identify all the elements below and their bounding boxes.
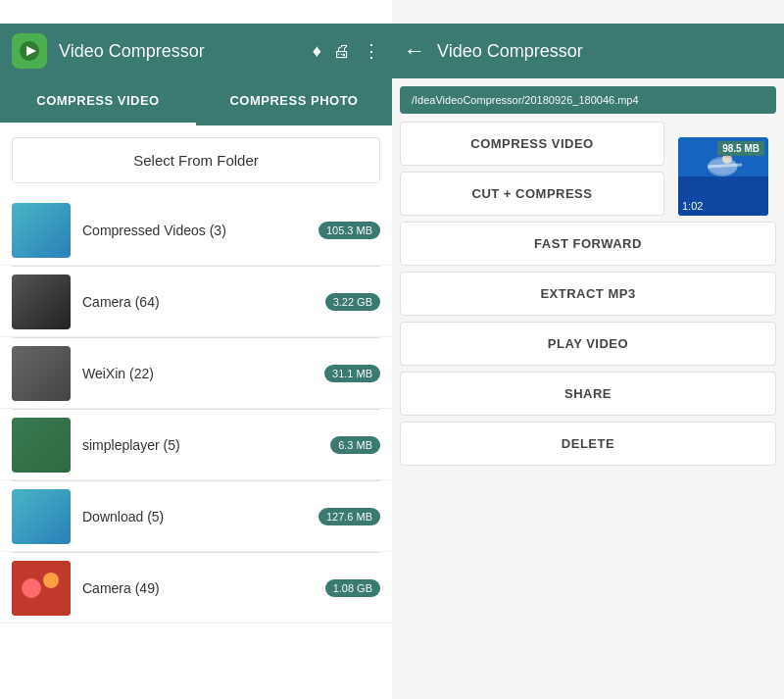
video-size-badge: 3.22 GB	[325, 293, 380, 311]
video-thumbnail	[12, 418, 71, 473]
right-top-row: COMPRESS VIDEO CUT + COMPRESS	[392, 122, 784, 216]
video-info: simpleplayer (5)	[82, 437, 330, 453]
right-header: ← Video Compressor	[392, 24, 784, 78]
video-thumbnail	[12, 489, 71, 544]
svg-point-4	[43, 573, 59, 588]
left-panel: Video Compressor ♦ 🖨 ⋮ COMPRESS VIDEO CO…	[0, 0, 392, 699]
list-item[interactable]: Download (5) 127.6 MB	[0, 481, 392, 552]
video-name: Download (5)	[82, 509, 318, 524]
more-icon[interactable]: ⋮	[363, 40, 380, 62]
select-from-folder-button[interactable]: Select From Folder	[12, 137, 380, 183]
video-info: Camera (64)	[82, 294, 325, 310]
tab-compress-video[interactable]: COMPRESS VIDEO	[0, 78, 196, 125]
list-item[interactable]: Camera (64) 3.22 GB	[0, 267, 392, 337]
preview-duration: 1:02	[682, 200, 703, 212]
fast-forward-button[interactable]: FAST FORWARD	[400, 222, 776, 266]
left-header-icons: ♦ 🖨 ⋮	[313, 40, 380, 62]
list-item[interactable]: Compressed Videos (3) 105.3 MB	[0, 195, 392, 266]
video-size-badge: 105.3 MB	[318, 222, 380, 239]
tab-compress-photo[interactable]: COMPRESS PHOTO	[196, 78, 392, 125]
back-icon[interactable]: ←	[404, 38, 425, 64]
video-name: Camera (49)	[82, 580, 325, 596]
video-info: Camera (49)	[82, 580, 325, 596]
right-app-title: Video Compressor	[437, 41, 583, 62]
left-header: Video Compressor ♦ 🖨 ⋮	[0, 24, 392, 78]
video-size-badge: 31.1 MB	[324, 365, 380, 382]
video-name: simpleplayer (5)	[82, 437, 330, 453]
right-panel: ← Video Compressor /IdeaVideoCompressor/…	[392, 0, 784, 699]
list-item[interactable]: WeiXin (22) 31.1 MB	[0, 338, 392, 409]
delete-button[interactable]: DELETE	[400, 422, 776, 466]
cut-compress-button[interactable]: CUT + COMPRESS	[400, 172, 664, 216]
app-icon-left	[12, 33, 47, 69]
list-item[interactable]: Camera (49) 1.08 GB	[0, 553, 392, 624]
video-info: Compressed Videos (3)	[82, 223, 318, 238]
video-thumbnail	[12, 203, 71, 258]
video-size-badge: 127.6 MB	[318, 508, 380, 525]
video-preview: 98.5 MB 1:02	[678, 137, 768, 216]
play-video-button[interactable]: PLAY VIDEO	[400, 322, 776, 366]
video-thumbnail	[12, 561, 71, 616]
diamond-icon[interactable]: ♦	[313, 41, 321, 62]
right-content: COMPRESS VIDEO CUT + COMPRESS	[392, 122, 784, 474]
video-thumbnail	[12, 275, 71, 329]
svg-line-9	[708, 165, 742, 167]
video-size-badge: 6.3 MB	[330, 436, 380, 454]
video-list: Compressed Videos (3) 105.3 MB Camera (6…	[0, 195, 392, 699]
svg-point-3	[22, 578, 41, 598]
video-info: Download (5)	[82, 509, 318, 524]
compress-video-button[interactable]: COMPRESS VIDEO	[400, 122, 664, 166]
tabs: COMPRESS VIDEO COMPRESS PHOTO	[0, 78, 392, 125]
print-icon[interactable]: 🖨	[333, 41, 351, 62]
file-path-bar: /IdeaVideoCompressor/20180926_180046.mp4	[400, 86, 776, 114]
svg-point-7	[709, 159, 738, 175]
video-info: WeiXin (22)	[82, 366, 324, 381]
video-thumbnail	[12, 346, 71, 401]
video-size-badge: 1.08 GB	[325, 579, 380, 597]
share-button[interactable]: SHARE	[400, 372, 776, 416]
extract-mp3-button[interactable]: EXTRACT MP3	[400, 272, 776, 316]
video-name: WeiXin (22)	[82, 366, 324, 381]
list-item[interactable]: simpleplayer (5) 6.3 MB	[0, 410, 392, 480]
right-buttons: COMPRESS VIDEO CUT + COMPRESS	[400, 122, 664, 216]
preview-size-badge: 98.5 MB	[717, 141, 764, 156]
preview-container: 98.5 MB 1:02	[678, 137, 768, 216]
video-name: Camera (64)	[82, 294, 325, 310]
action-area: FAST FORWARD EXTRACT MP3 PLAY VIDEO SHAR…	[392, 222, 784, 466]
left-app-title: Video Compressor	[59, 41, 301, 62]
video-name: Compressed Videos (3)	[82, 223, 318, 238]
